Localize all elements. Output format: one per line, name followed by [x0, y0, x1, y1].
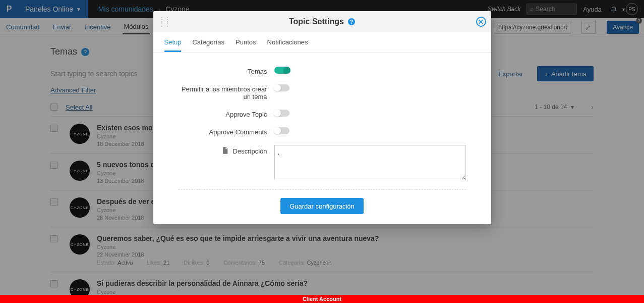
approve-topic-toggle[interactable]	[274, 110, 289, 117]
svg-rect-1	[224, 152, 227, 152]
temas-toggle[interactable]	[274, 67, 289, 74]
descripcion-textarea[interactable]	[274, 145, 466, 180]
tab-setup[interactable]: Setup	[164, 32, 182, 52]
footer-banner: Client Account	[0, 295, 644, 303]
drag-handle-icon[interactable]: ⋮⋮⋮⋮	[158, 18, 169, 26]
svg-rect-0	[224, 150, 227, 151]
approve-comments-label: Approve Comments	[179, 127, 274, 136]
tab-notificaciones[interactable]: Notificaciones	[267, 32, 308, 52]
approve-topic-label: Approve Topic	[179, 110, 274, 118]
tab-puntos[interactable]: Puntos	[236, 32, 256, 52]
temas-label: Temas	[179, 67, 274, 75]
topic-settings-modal: ⋮⋮⋮⋮ Topic Settings ? ✕ Setup Categorías…	[153, 11, 491, 224]
close-button[interactable]: ✕	[476, 17, 486, 27]
approve-comments-toggle[interactable]	[274, 127, 289, 134]
save-config-button[interactable]: Guardar configuración	[280, 198, 364, 214]
modal-tabs: Setup Categorías Puntos Notificaciones	[153, 32, 491, 53]
help-icon[interactable]: ?	[348, 18, 355, 25]
modal-title: Topic Settings ?	[289, 17, 355, 26]
descripcion-label: Descripción	[233, 147, 267, 155]
allow-members-toggle[interactable]	[274, 84, 289, 91]
modal-header: ⋮⋮⋮⋮ Topic Settings ? ✕	[153, 11, 491, 32]
modal-title-text: Topic Settings	[289, 17, 344, 26]
tab-categorias[interactable]: Categorías	[192, 32, 224, 52]
document-icon	[221, 146, 229, 157]
allow-members-label: Permitir a los miembros crear un tema	[179, 84, 274, 100]
